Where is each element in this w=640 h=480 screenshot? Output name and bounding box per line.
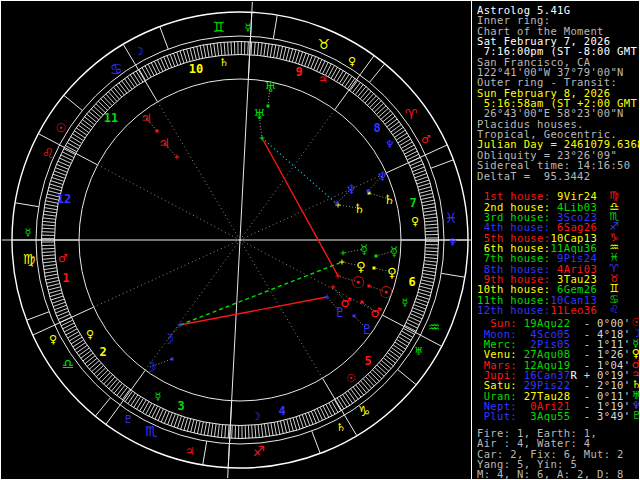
- transit-position-marker: [361, 301, 364, 304]
- minor-object-icon: ♃: [318, 73, 328, 86]
- degree-tick: [370, 98, 379, 107]
- degree-tick: [78, 125, 89, 133]
- degree-tick: [351, 389, 359, 399]
- degree-tick: [391, 347, 402, 355]
- degree-tick: [424, 261, 437, 262]
- transit-sun-icon: ☉: [379, 283, 393, 302]
- degree-tick: [379, 108, 389, 117]
- degree-tick: [274, 422, 276, 435]
- degree-tick: [43, 261, 56, 262]
- planet-position-value: 3Aqu55: [517, 410, 570, 422]
- natal-neptune-icon: ♆: [345, 182, 357, 197]
- degree-tick: [389, 122, 399, 130]
- degree-tick: [96, 368, 105, 377]
- degree-tick: [400, 334, 411, 341]
- degree-tick: [111, 381, 119, 391]
- degree-tick: [337, 398, 344, 409]
- degree-tick: [69, 334, 80, 341]
- degree-tick: [420, 190, 433, 193]
- degree-tick: [103, 96, 112, 105]
- info-line: DeltaT = 95.3442: [477, 171, 640, 181]
- transit-neptune-icon: ♆: [376, 169, 388, 184]
- degree-tick: [398, 136, 409, 143]
- degree-tick: [221, 425, 222, 438]
- house-number-3: 3: [177, 399, 184, 413]
- degree-tick: [197, 421, 200, 434]
- planet-label: Plut:: [477, 410, 517, 422]
- degree-tick: [355, 84, 363, 94]
- degree-tick: [106, 377, 115, 387]
- degree-tick: [136, 71, 143, 82]
- degree-tick: [334, 400, 341, 411]
- degree-tick: [290, 419, 293, 432]
- degree-tick: [398, 337, 409, 344]
- degree-tick: [385, 116, 395, 124]
- degree-tick: [187, 419, 190, 432]
- degree-tick: [108, 92, 117, 102]
- house-cusp-table: 1st house: 9Vir24♍ 2nd house: 4Lib03♎ 3r…: [477, 191, 640, 315]
- degree-tick: [271, 423, 273, 436]
- degree-tick: [177, 52, 181, 64]
- degree-tick: [417, 180, 429, 184]
- degree-tick: [358, 87, 366, 97]
- degree-tick: [423, 210, 436, 212]
- degree-tick: [423, 207, 436, 209]
- aspect-line-uranus-sextile-saturn: [262, 138, 338, 205]
- degree-tick: [43, 265, 56, 267]
- degree-tick: [124, 79, 132, 90]
- degree-tick: [420, 283, 433, 286]
- aspect-line-uranus-square-sun: [262, 138, 338, 276]
- natal-uranus-icon: ♅: [253, 107, 265, 122]
- degree-tick: [368, 374, 377, 383]
- degree-tick: [111, 89, 119, 99]
- degree-tick: [43, 214, 56, 216]
- house-number-2: 2: [99, 345, 106, 359]
- degree-tick: [113, 87, 121, 97]
- house-row: 12th house:11Leo36♌: [477, 305, 640, 315]
- degree-tick: [225, 425, 226, 438]
- minor-object-icon: ♄: [219, 56, 229, 69]
- degree-tick: [67, 332, 78, 338]
- degree-tick: [51, 181, 63, 185]
- uranus-ruler-icon: ♅: [414, 345, 424, 358]
- degree-tick: [109, 379, 118, 389]
- house-cusp-spoke: [94, 240, 240, 307]
- degree-tick: [201, 422, 204, 435]
- degree-tick: [101, 99, 110, 108]
- degree-tick: [261, 424, 262, 437]
- sign-boundary: [64, 95, 83, 110]
- degree-tick: [194, 420, 197, 433]
- degree-tick: [85, 356, 95, 364]
- degree-tick: [257, 42, 258, 55]
- degree-tick: [203, 45, 205, 58]
- degree-tick: [122, 389, 130, 399]
- sun-ruler-icon: ☉: [56, 121, 67, 135]
- sign-boundary: [95, 398, 110, 417]
- house-cusp-spoke: [98, 165, 240, 240]
- house-cusp-spoke: [240, 240, 322, 378]
- sign-scorpio-icon: ♏: [145, 423, 158, 439]
- house-label: 12th house:: [477, 304, 550, 316]
- degree-tick: [133, 73, 140, 84]
- degree-tick: [101, 373, 110, 382]
- degree-tick: [84, 117, 94, 125]
- degree-tick: [47, 284, 60, 287]
- planet-icon: ♇: [631, 411, 640, 421]
- sign-boundary: [203, 441, 207, 465]
- degree-tick: [385, 355, 395, 363]
- sign-virgo-icon: ♍: [23, 251, 36, 267]
- degree-tick: [181, 417, 185, 429]
- degree-tick: [228, 425, 229, 438]
- degree-tick: [422, 273, 435, 275]
- degree-tick: [342, 74, 349, 85]
- degree-tick: [52, 299, 64, 303]
- minor-object-icon: ☿: [155, 390, 162, 403]
- degree-tick: [419, 289, 432, 292]
- degree-tick: [267, 44, 269, 57]
- aspect-line-moon-square-pluto: [180, 297, 327, 325]
- degree-tick: [82, 119, 92, 127]
- degree-tick: [286, 48, 289, 61]
- degree-tick: [44, 208, 57, 210]
- degree-tick: [76, 128, 87, 135]
- degree-tick: [139, 69, 146, 80]
